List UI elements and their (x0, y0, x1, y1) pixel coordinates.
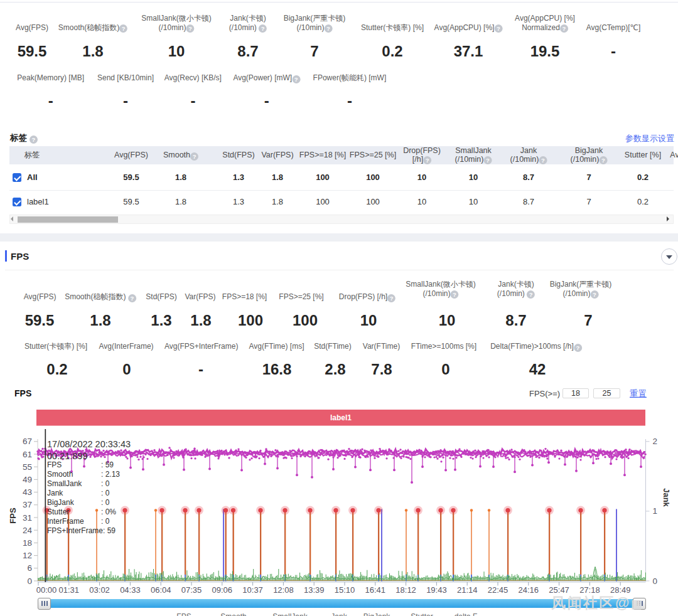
svg-text:SmallJank: SmallJank (47, 479, 82, 488)
svg-text:24:16: 24:16 (519, 585, 539, 595)
svg-text:6: 6 (27, 563, 32, 573)
svg-text:18:12: 18:12 (396, 585, 416, 595)
svg-text:37: 37 (23, 500, 32, 509)
svg-text:31: 31 (23, 513, 32, 523)
svg-text:22:45: 22:45 (488, 585, 508, 595)
svg-text:15:10: 15:10 (335, 585, 355, 595)
svg-text:67: 67 (23, 437, 32, 446)
svg-text:55: 55 (23, 462, 32, 472)
svg-text:BigJank: BigJank (47, 498, 75, 507)
svg-text:FPS+InterFrame: 59: FPS+InterFrame: 59 (47, 526, 116, 535)
svg-text:09:06: 09:06 (212, 585, 233, 595)
svg-text:00:00: 00:00 (36, 585, 57, 595)
svg-text:: 0: : 0 (101, 489, 110, 497)
svg-text:0: 0 (27, 576, 32, 586)
svg-text:Stutter: Stutter (47, 507, 69, 516)
svg-text:16:41: 16:41 (365, 585, 386, 595)
svg-text:Jank: Jank (662, 488, 671, 507)
svg-text:04:33: 04:33 (120, 585, 141, 595)
svg-text:24: 24 (23, 526, 33, 535)
svg-text:13:39: 13:39 (304, 585, 325, 595)
svg-text:0: 0 (653, 576, 658, 586)
svg-text:19:43: 19:43 (426, 585, 447, 595)
svg-text:: 2.13: : 2.13 (101, 470, 120, 479)
svg-text:18: 18 (23, 538, 32, 548)
svg-text:Smooth: Smooth (47, 470, 73, 479)
svg-text:: 59: : 59 (101, 460, 114, 469)
svg-text:61: 61 (23, 450, 32, 459)
svg-text:17/08/2022 20:33:43: 17/08/2022 20:33:43 (47, 439, 131, 449)
svg-text:: 0%: : 0% (101, 507, 116, 516)
svg-text:10:37: 10:37 (242, 585, 263, 595)
svg-text:01:31: 01:31 (59, 585, 80, 595)
svg-text:03:02: 03:02 (89, 585, 110, 595)
svg-text:12: 12 (23, 551, 32, 560)
svg-text:FPS: FPS (47, 460, 62, 469)
svg-text:07:35: 07:35 (181, 585, 202, 595)
svg-text:43: 43 (23, 487, 32, 497)
svg-text:1: 1 (653, 506, 658, 516)
svg-text:InterFrame: InterFrame (47, 517, 84, 526)
svg-text:12:08: 12:08 (273, 585, 294, 595)
svg-text:Jank: Jank (47, 489, 63, 497)
svg-text:: 0: : 0 (101, 517, 110, 526)
svg-text:49: 49 (23, 475, 32, 484)
svg-text:06:04: 06:04 (151, 585, 171, 595)
svg-text:21:14: 21:14 (457, 585, 478, 595)
svg-text:label1: label1 (330, 413, 352, 422)
svg-text:: 0: : 0 (101, 479, 110, 488)
svg-text:2: 2 (653, 437, 658, 446)
svg-text:FPS: FPS (8, 507, 18, 524)
svg-text:: 0: : 0 (101, 498, 110, 507)
